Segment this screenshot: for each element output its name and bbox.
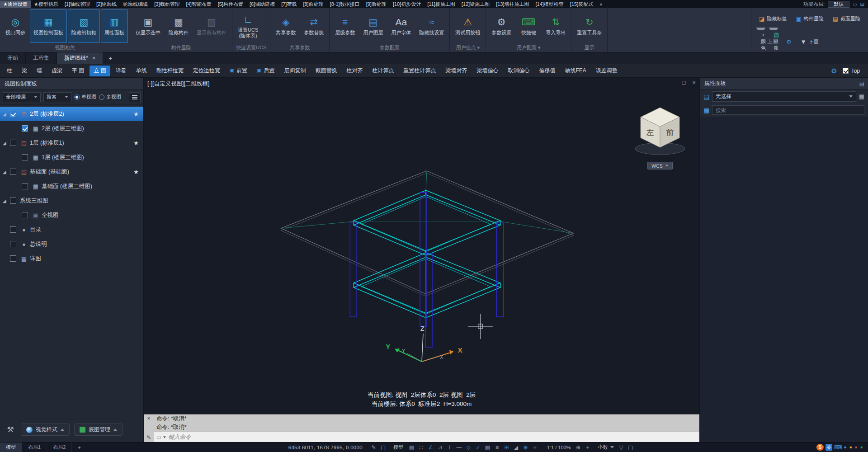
floor-filter-select[interactable]: 全部楼层: [3, 92, 41, 102]
toolbar-button[interactable]: 梁墙偏心: [473, 66, 503, 76]
set-ucs-button[interactable]: ∟ 设置UCS (随体系): [234, 9, 262, 43]
panel-options-icon[interactable]: ▤: [859, 80, 864, 87]
transparency-icon[interactable]: ≈: [530, 444, 540, 451]
menu-item[interactable]: ★通用设置: [0, 0, 31, 8]
tree-row[interactable]: ▦ 1层 (楼层三维图): [0, 150, 143, 165]
expand-icon[interactable]: ◢: [3, 141, 10, 146]
menu-item[interactable]: [13]墙柱施工图: [493, 0, 532, 8]
menu-item[interactable]: [8]前处理: [300, 0, 326, 8]
tree-checkbox[interactable]: [10, 111, 16, 117]
fullscreen-icon[interactable]: ▢: [626, 444, 636, 451]
sogou-input-icon[interactable]: S: [816, 444, 824, 451]
isometric-drafting-icon[interactable]: ⊿: [435, 444, 445, 451]
snap-grid-icon[interactable]: ⊞: [502, 444, 511, 451]
tree-checkbox[interactable]: [10, 169, 16, 175]
menu-item[interactable]: [6]辅助建模: [246, 0, 278, 8]
tree-checkbox[interactable]: [10, 226, 16, 233]
hidden-line-settings-button[interactable]: ≈ 隐藏线设置: [415, 9, 448, 43]
object-snap-icon[interactable]: ◇: [464, 444, 473, 451]
toolbar-button[interactable]: 轴线FEA: [561, 66, 590, 76]
test-button[interactable]: ⚠ 测试用按钮: [452, 9, 484, 43]
layout2-tab[interactable]: 布局2: [47, 443, 72, 452]
tree-checkbox[interactable]: [10, 198, 16, 204]
level-params-button[interactable]: ≡ 层级参数: [331, 9, 359, 43]
menu-item[interactable]: [5]构件布置: [215, 0, 246, 8]
menu-item[interactable]: [4]智能布置: [183, 0, 214, 8]
shortcuts-button[interactable]: ⌨ 快捷键: [516, 9, 541, 43]
hide-section-box-button[interactable]: ▧ 隐藏剖切框: [68, 9, 100, 43]
zoom-level-label[interactable]: 1:1 / 100%: [547, 445, 571, 450]
toolbar-button[interactable]: 单线: [132, 66, 151, 76]
toolbar-button[interactable]: 偏移值: [535, 66, 560, 76]
panel-layout-icon[interactable]: ▤: [860, 2, 864, 7]
command-edit-icon[interactable]: ✎: [146, 434, 151, 441]
tray-blue-icon[interactable]: ■: [843, 445, 848, 449]
tree-row[interactable]: ◢ ▤ 2层 (标准层2) ★: [0, 107, 143, 121]
menu-item[interactable]: [15]装配式: [567, 0, 596, 8]
toolbar-button[interactable]: 虚梁: [47, 66, 66, 76]
menu-item[interactable]: [11]板施工图: [424, 0, 458, 8]
tree-checkbox[interactable]: [22, 183, 28, 189]
selection-filter-icon[interactable]: ✓: [473, 444, 483, 451]
toolbar-button[interactable]: 定位边拉宽: [189, 66, 224, 76]
input-lang-icon[interactable]: 英: [826, 444, 832, 451]
soft-keyboard-icon[interactable]: ⌨: [833, 444, 843, 451]
menu-item[interactable]: [7]荷载: [278, 0, 300, 8]
menu-item[interactable]: [8-1]数据接口: [327, 0, 363, 8]
minimize-ribbon-icon[interactable]: ▭: [853, 2, 857, 7]
show-all-members-button[interactable]: ▨ 显示所有构件: [193, 9, 230, 43]
menu-item[interactable]: [1]轴线管理: [61, 0, 93, 8]
member-visibility-button[interactable]: ▣ 构件显隐: [793, 14, 826, 24]
toolbar-button[interactable]: 柱计算点: [368, 66, 398, 76]
viewport-controls-label[interactable]: [-][自定义视图][二维线框]: [147, 80, 210, 88]
visual-style-button[interactable]: 视觉样式: [21, 424, 70, 436]
command-close-icon[interactable]: ×: [147, 415, 150, 422]
toolbar-button[interactable]: 详看: [112, 66, 131, 76]
toolbar-button[interactable]: 误差调整: [592, 66, 622, 76]
tray-green-icon[interactable]: ■: [859, 445, 864, 449]
selection-dropdown[interactable]: 无选择: [712, 91, 856, 102]
viewport-close-icon[interactable]: ×: [692, 79, 696, 86]
hide-members-button[interactable]: ▩ 隐藏构件: [165, 9, 192, 43]
toolbar-button[interactable]: ▣ 后置: [253, 66, 278, 76]
toolbar-button[interactable]: 刚性杆拉宽: [152, 66, 188, 76]
menu-item[interactable]: [2]轮廓线: [93, 0, 120, 8]
hide-labels-button[interactable]: ◪ 隐藏标签: [756, 14, 790, 24]
tree-row[interactable]: ▦ 详图: [0, 251, 143, 266]
expand-icon[interactable]: ◢: [3, 170, 10, 174]
lower-layer-button[interactable]: ▼ 下层: [797, 37, 822, 47]
view-control-panel-button[interactable]: ▦ 视图控制面板: [30, 9, 67, 43]
param-settings-button[interactable]: ⚙ 参数设置: [488, 9, 515, 43]
list-view-button[interactable]: [129, 92, 141, 102]
command-input-row[interactable]: ▭: [154, 432, 699, 442]
object-tracking-icon[interactable]: ⊕: [521, 444, 530, 451]
menu-item[interactable]: »: [596, 1, 605, 7]
wcs-selector[interactable]: WCS: [647, 162, 673, 170]
ribbon-group-label[interactable]: 用户配置 ▾: [486, 43, 571, 52]
tree-checkbox[interactable]: [10, 241, 16, 247]
view-cube[interactable]: 左 前 WCS: [626, 98, 694, 170]
viewport-minimize-icon[interactable]: –: [672, 79, 675, 86]
tree-checkbox[interactable]: [22, 154, 28, 160]
dynamic-ucs-icon[interactable]: ◢: [511, 444, 521, 451]
model-space-tab[interactable]: 模型: [0, 443, 22, 452]
workspace-icon[interactable]: ▢: [378, 444, 388, 451]
tools-icon[interactable]: ⚒: [5, 425, 16, 434]
tree-row[interactable]: ◢ 系统三维图: [0, 193, 143, 208]
toolbar-button[interactable]: 立 面: [90, 66, 110, 76]
favorite-star-icon[interactable]: ★: [133, 111, 139, 118]
layout1-tab[interactable]: 布局1: [22, 443, 47, 452]
ortho-mode-icon[interactable]: ⊥: [445, 444, 454, 451]
drawing-canvas[interactable]: Z Y X Y X [-][自定义视图][二维线框] –□×: [144, 78, 699, 414]
layout-scheme-value[interactable]: 默认: [828, 1, 849, 8]
tree-row[interactable]: ● 目录: [0, 222, 143, 237]
menu-item[interactable]: [12]梁施工图: [458, 0, 493, 8]
import-export-button[interactable]: ⇅ 导入导出: [542, 9, 569, 43]
multi-view-radio[interactable]: 多视图: [99, 94, 121, 100]
reset-toolbar-button[interactable]: ↻ 重置工具条: [573, 9, 605, 43]
toolbar-button[interactable]: 梁: [18, 66, 31, 76]
layer-settings-gear-icon[interactable]: ⚙: [783, 37, 795, 47]
lineweight-icon[interactable]: —: [454, 444, 464, 451]
single-view-radio[interactable]: 单视图: [74, 94, 96, 100]
ribbon-group-label[interactable]: 用户值点 ▾: [450, 43, 486, 52]
